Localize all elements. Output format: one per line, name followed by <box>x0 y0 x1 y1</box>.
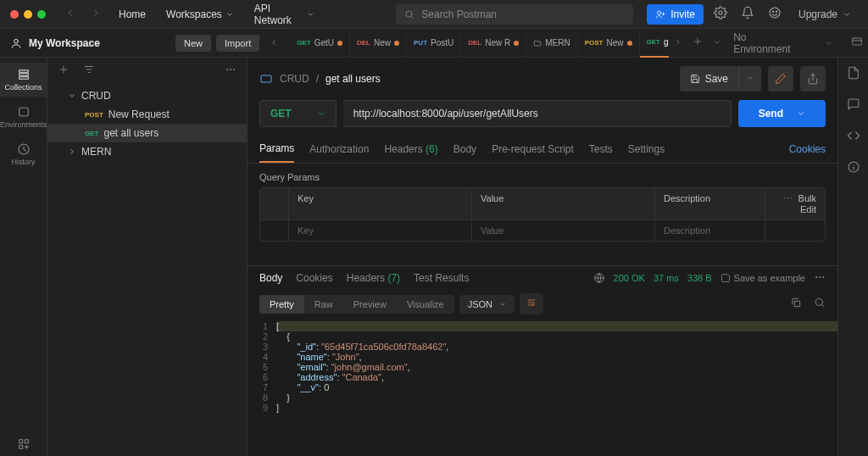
tree-folder-mern[interactable]: MERN <box>47 142 247 161</box>
view-preview[interactable]: Preview <box>343 295 397 314</box>
save-as-example[interactable]: Save as example <box>721 273 805 283</box>
request-tab[interactable]: MERN <box>526 29 577 58</box>
method-selector[interactable]: GET <box>259 100 337 127</box>
comments-icon[interactable] <box>847 97 860 114</box>
qp-key-input[interactable]: Key <box>289 220 472 241</box>
req-tab-params[interactable]: Params <box>259 136 294 163</box>
resp-tab-cookies[interactable]: Cookies <box>296 272 332 284</box>
req-tab-tests[interactable]: Tests <box>589 136 613 162</box>
close-window-icon[interactable] <box>10 10 19 19</box>
env-quicklook-icon[interactable] <box>846 32 868 53</box>
minimize-window-icon[interactable] <box>24 10 32 19</box>
send-button[interactable]: Send <box>738 100 826 127</box>
request-tab[interactable]: GETGetU <box>290 29 350 58</box>
tab-label: New <box>607 38 624 47</box>
request-tab[interactable]: PUTPostU <box>407 29 461 58</box>
search-input[interactable]: Search Postman <box>396 4 633 25</box>
svg-rect-7 <box>853 38 862 45</box>
tree-get-all-users-label: get all users <box>103 127 159 139</box>
tab-label: PostU <box>431 38 453 47</box>
qp-check[interactable] <box>260 220 289 241</box>
breadcrumb-parent[interactable]: CRUD <box>280 73 309 85</box>
postbot-icon[interactable] <box>765 3 785 25</box>
notifications-icon[interactable] <box>737 3 758 25</box>
nav-workspaces[interactable]: Workspaces <box>159 3 241 25</box>
qp-header-key: Key <box>289 188 472 220</box>
req-tab-auth[interactable]: Authorization <box>309 136 369 162</box>
resp-tab-body[interactable]: Body <box>259 272 282 284</box>
view-raw[interactable]: Raw <box>304 295 343 314</box>
method-badge: PUT <box>414 39 427 47</box>
nav-back-icon[interactable] <box>61 3 80 25</box>
save-button-group: Save <box>680 66 761 92</box>
request-tab[interactable]: POSTNew <box>578 29 640 58</box>
sidebar-environments[interactable]: Environments <box>0 100 47 134</box>
request-tab[interactable]: DELNew <box>350 29 407 58</box>
request-tab[interactable]: GETget a <box>640 29 670 58</box>
sidebar-collections[interactable]: Collections <box>0 63 47 97</box>
tab-scroll-right[interactable] <box>669 34 687 53</box>
settings-icon[interactable] <box>710 3 731 25</box>
copy-response-icon[interactable] <box>790 297 802 311</box>
code-line: 8 } <box>248 392 837 403</box>
tab-scroll-left[interactable] <box>264 34 283 53</box>
chevron-down-icon <box>68 92 76 100</box>
new-tab-button[interactable] <box>687 33 708 53</box>
invite-button[interactable]: Invite <box>647 4 704 25</box>
main-area: Collections Environments History CRUD <box>0 58 868 456</box>
share-button[interactable] <box>800 66 826 92</box>
maximize-window-icon[interactable] <box>37 10 46 19</box>
response-options-icon[interactable] <box>814 271 826 285</box>
tab-options[interactable] <box>708 34 726 53</box>
save-button[interactable]: Save <box>680 68 738 90</box>
qp-empty-row[interactable]: Key Value Description <box>260 220 825 241</box>
view-pretty[interactable]: Pretty <box>259 295 304 314</box>
nav-api-network[interactable]: API Network <box>248 0 321 31</box>
edit-button[interactable] <box>768 66 793 92</box>
new-button[interactable]: New <box>175 35 211 52</box>
response-body[interactable]: 1[2 {3 "_id": "65d45f71ca506c0fd78a8462"… <box>248 318 837 456</box>
request-tab[interactable]: DELNew R <box>461 29 526 58</box>
chevron-right-icon <box>68 147 76 156</box>
nav-home[interactable]: Home <box>112 3 153 25</box>
right-rail <box>837 58 868 456</box>
req-tab-settings[interactable]: Settings <box>628 136 665 162</box>
req-tab-body[interactable]: Body <box>453 136 476 162</box>
window-controls <box>10 10 46 19</box>
view-visualize[interactable]: Visualize <box>397 295 454 314</box>
folder-icon <box>533 39 542 47</box>
workspace-selector[interactable]: My Workspace <box>0 37 175 49</box>
format-selector[interactable]: JSON <box>459 295 515 314</box>
environment-selector[interactable]: No Environment <box>726 28 839 58</box>
resp-tab-headers[interactable]: Headers (7) <box>347 272 400 284</box>
wrap-lines-button[interactable] <box>520 293 543 314</box>
tree-item-new-request[interactable]: POST New Request <box>47 105 247 124</box>
import-button[interactable]: Import <box>216 35 259 52</box>
qp-bulk-label: Bulk Edit <box>798 193 816 214</box>
search-response-icon[interactable] <box>814 297 826 311</box>
qp-bulk-edit[interactable]: ⋯ Bulk Edit <box>765 188 825 220</box>
globe-icon[interactable] <box>593 272 605 284</box>
create-collection-icon[interactable] <box>58 64 70 78</box>
sidebar-configure[interactable] <box>0 432 47 456</box>
code-icon[interactable] <box>847 129 860 145</box>
tree-folder-crud[interactable]: CRUD <box>47 86 247 105</box>
save-options[interactable] <box>738 68 761 90</box>
tree-item-get-all-users[interactable]: GET get all users <box>47 124 247 142</box>
format-label: JSON <box>468 299 492 309</box>
info-icon[interactable] <box>847 160 860 176</box>
sidebar-history[interactable]: History <box>0 137 47 171</box>
url-input[interactable]: http://localhost:8000/api/user/getAllUse… <box>343 100 732 127</box>
req-tab-headers[interactable]: Headers (6) <box>384 136 437 162</box>
filter-icon[interactable] <box>83 64 95 78</box>
collections-options-icon[interactable] <box>225 64 236 78</box>
resp-tab-tests[interactable]: Test Results <box>414 272 469 284</box>
docs-icon[interactable] <box>847 66 860 82</box>
cookies-link[interactable]: Cookies <box>789 136 826 162</box>
query-params-table: Key Value Description ⋯ Bulk Edit Key Va… <box>259 187 826 242</box>
upgrade-button[interactable]: Upgrade <box>792 5 858 24</box>
qp-desc-input[interactable]: Description <box>655 220 765 241</box>
nav-forward-icon[interactable] <box>86 3 105 25</box>
qp-value-input[interactable]: Value <box>472 220 655 241</box>
req-tab-prereq[interactable]: Pre-request Script <box>492 136 574 162</box>
